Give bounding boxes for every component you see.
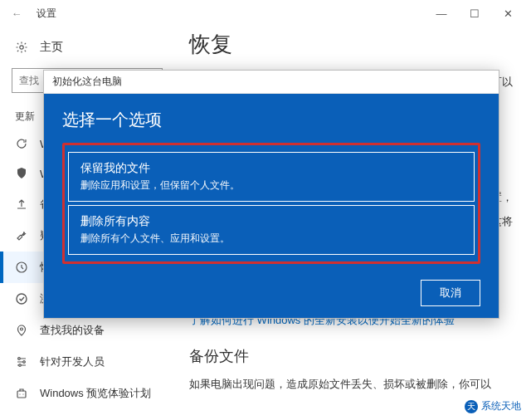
- page-title: 恢复: [189, 27, 516, 71]
- svg-point-2: [17, 294, 27, 304]
- option-desc: 删除所有个人文件、应用和设置。: [80, 232, 462, 246]
- watermark-text: 系统天地: [481, 399, 521, 413]
- dialog-header: 初始化这台电脑: [44, 71, 499, 94]
- window-controls: — ☐ ✕: [425, 2, 524, 25]
- titlebar: ← 设置 — ☐ ✕: [0, 0, 531, 27]
- maximize-button[interactable]: ☐: [458, 2, 491, 25]
- option-desc: 删除应用和设置，但保留个人文件。: [80, 178, 462, 193]
- sidebar-item-label: 针对开发人员: [40, 354, 105, 369]
- reset-pc-dialog: 初始化这台电脑 选择一个选项 保留我的文件 删除应用和设置，但保留个人文件。 删…: [43, 70, 499, 319]
- svg-point-6: [19, 364, 22, 367]
- sidebar-item-find-device[interactable]: 查找我的设备: [0, 315, 174, 346]
- location-icon: [15, 324, 28, 337]
- svg-point-3: [21, 328, 23, 330]
- options-highlight: 保留我的文件 删除应用和设置，但保留个人文件。 删除所有内容 删除所有个人文件、…: [62, 143, 480, 264]
- dialog-title: 选择一个选项: [62, 109, 480, 131]
- section-heading-backup: 备份文件: [189, 341, 516, 373]
- sidebar-home[interactable]: 主页: [0, 33, 174, 61]
- svg-rect-7: [17, 391, 26, 398]
- option-title: 删除所有内容: [80, 214, 462, 229]
- back-button[interactable]: ←: [7, 3, 27, 23]
- dialog-footer: 取消: [62, 280, 480, 306]
- svg-point-4: [18, 358, 21, 360]
- option-keep-files[interactable]: 保留我的文件 删除应用和设置，但保留个人文件。: [68, 152, 475, 202]
- insider-icon: [15, 387, 28, 400]
- svg-point-5: [23, 361, 26, 364]
- sidebar-item-developers[interactable]: 针对开发人员: [0, 346, 174, 378]
- wrench-icon: [15, 229, 28, 242]
- cancel-button[interactable]: 取消: [421, 280, 480, 306]
- upload-icon: [15, 198, 28, 211]
- sidebar-home-label: 主页: [40, 40, 63, 55]
- body-text: 如果电脑出现问题，造成原始文件丢失、损坏或被删除，你可以: [189, 373, 516, 397]
- minimize-button[interactable]: —: [425, 2, 458, 25]
- arrow-left-icon: ←: [12, 7, 22, 20]
- option-remove-everything[interactable]: 删除所有内容 删除所有个人文件、应用和设置。: [68, 205, 475, 255]
- check-icon: [15, 292, 28, 305]
- close-button[interactable]: ✕: [491, 2, 524, 25]
- dialog-body: 选择一个选项 保留我的文件 删除应用和设置，但保留个人文件。 删除所有内容 删除…: [44, 94, 499, 318]
- sync-icon: [15, 137, 28, 150]
- gear-icon: [15, 41, 28, 54]
- sidebar-item-label: Windows 预览体验计划: [40, 386, 151, 401]
- watermark: 天 系统天地: [460, 398, 526, 415]
- option-title: 保留我的文件: [80, 161, 462, 176]
- watermark-icon: 天: [465, 400, 478, 413]
- shield-icon: [15, 167, 28, 180]
- window-title: 设置: [37, 7, 56, 21]
- sliders-icon: [15, 355, 28, 369]
- svg-point-0: [20, 46, 23, 49]
- sidebar-item-label: 查找我的设备: [40, 323, 105, 338]
- history-icon: [15, 261, 28, 274]
- sidebar-item-insider[interactable]: Windows 预览体验计划: [0, 378, 174, 409]
